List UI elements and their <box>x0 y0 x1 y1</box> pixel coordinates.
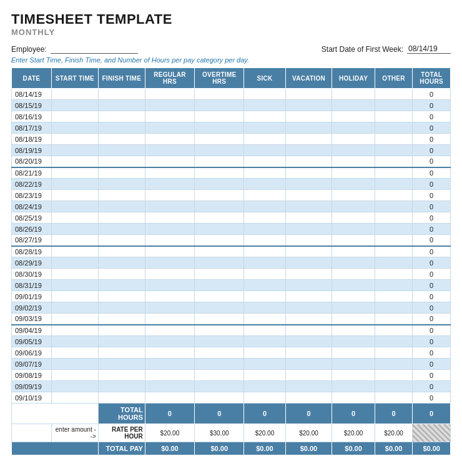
data-cell[interactable] <box>195 302 244 314</box>
data-cell[interactable] <box>332 201 375 212</box>
data-cell[interactable] <box>195 235 244 246</box>
data-cell[interactable] <box>145 212 194 224</box>
data-cell[interactable] <box>98 347 145 359</box>
data-cell[interactable] <box>51 257 98 269</box>
data-cell[interactable] <box>244 89 285 100</box>
data-cell[interactable] <box>285 167 332 179</box>
data-cell[interactable] <box>98 89 145 100</box>
data-cell[interactable] <box>285 201 332 212</box>
data-cell[interactable] <box>375 145 413 156</box>
data-cell[interactable] <box>285 381 332 392</box>
data-cell[interactable] <box>285 359 332 370</box>
data-cell[interactable] <box>51 201 98 212</box>
data-cell[interactable] <box>98 122 145 134</box>
data-cell[interactable] <box>375 179 413 190</box>
data-cell[interactable] <box>51 224 98 235</box>
data-cell[interactable] <box>195 111 244 122</box>
data-cell[interactable] <box>98 314 145 325</box>
data-cell[interactable] <box>285 179 332 190</box>
data-cell[interactable] <box>244 246 285 257</box>
rate-value[interactable]: $20.00 <box>332 424 375 442</box>
data-cell[interactable] <box>51 347 98 359</box>
data-cell[interactable] <box>244 336 285 347</box>
rate-value[interactable]: $20.00 <box>285 424 332 442</box>
data-cell[interactable] <box>332 111 375 122</box>
rate-value[interactable]: $30.00 <box>195 424 244 442</box>
data-cell[interactable] <box>332 156 375 167</box>
data-cell[interactable] <box>375 224 413 235</box>
data-cell[interactable] <box>332 302 375 314</box>
data-cell[interactable] <box>375 235 413 246</box>
data-cell[interactable] <box>51 100 98 111</box>
data-cell[interactable] <box>145 100 194 111</box>
data-cell[interactable] <box>244 359 285 370</box>
data-cell[interactable] <box>244 235 285 246</box>
data-cell[interactable] <box>195 314 244 325</box>
data-cell[interactable] <box>98 392 145 404</box>
data-cell[interactable] <box>332 167 375 179</box>
data-cell[interactable] <box>195 359 244 370</box>
data-cell[interactable] <box>51 179 98 190</box>
data-cell[interactable] <box>195 347 244 359</box>
data-cell[interactable] <box>145 392 194 404</box>
data-cell[interactable] <box>145 156 194 167</box>
data-cell[interactable] <box>285 190 332 201</box>
data-cell[interactable] <box>332 89 375 100</box>
data-cell[interactable] <box>195 246 244 257</box>
data-cell[interactable] <box>375 392 413 404</box>
data-cell[interactable] <box>51 392 98 404</box>
data-cell[interactable] <box>51 246 98 257</box>
data-cell[interactable] <box>51 359 98 370</box>
data-cell[interactable] <box>51 370 98 381</box>
data-cell[interactable] <box>285 122 332 134</box>
data-cell[interactable] <box>145 145 194 156</box>
data-cell[interactable] <box>195 336 244 347</box>
data-cell[interactable] <box>145 370 194 381</box>
data-cell[interactable] <box>145 111 194 122</box>
data-cell[interactable] <box>145 179 194 190</box>
data-cell[interactable] <box>98 269 145 280</box>
data-cell[interactable] <box>51 269 98 280</box>
data-cell[interactable] <box>285 100 332 111</box>
data-cell[interactable] <box>195 280 244 291</box>
data-cell[interactable] <box>145 336 194 347</box>
data-cell[interactable] <box>98 145 145 156</box>
data-cell[interactable] <box>51 167 98 179</box>
data-cell[interactable] <box>375 167 413 179</box>
data-cell[interactable] <box>375 111 413 122</box>
data-cell[interactable] <box>98 291 145 302</box>
data-cell[interactable] <box>332 134 375 145</box>
data-cell[interactable] <box>195 122 244 134</box>
data-cell[interactable] <box>145 280 194 291</box>
data-cell[interactable] <box>195 291 244 302</box>
data-cell[interactable] <box>145 224 194 235</box>
data-cell[interactable] <box>375 347 413 359</box>
data-cell[interactable] <box>195 224 244 235</box>
data-cell[interactable] <box>244 302 285 314</box>
data-cell[interactable] <box>145 134 194 145</box>
data-cell[interactable] <box>51 381 98 392</box>
data-cell[interactable] <box>375 359 413 370</box>
data-cell[interactable] <box>332 314 375 325</box>
data-cell[interactable] <box>332 381 375 392</box>
data-cell[interactable] <box>195 145 244 156</box>
data-cell[interactable] <box>51 302 98 314</box>
data-cell[interactable] <box>98 100 145 111</box>
data-cell[interactable] <box>244 381 285 392</box>
data-cell[interactable] <box>244 156 285 167</box>
data-cell[interactable] <box>332 269 375 280</box>
data-cell[interactable] <box>244 291 285 302</box>
data-cell[interactable] <box>375 314 413 325</box>
data-cell[interactable] <box>375 302 413 314</box>
data-cell[interactable] <box>375 156 413 167</box>
data-cell[interactable] <box>375 134 413 145</box>
data-cell[interactable] <box>145 246 194 257</box>
data-cell[interactable] <box>332 122 375 134</box>
data-cell[interactable] <box>98 257 145 269</box>
data-cell[interactable] <box>51 280 98 291</box>
data-cell[interactable] <box>244 145 285 156</box>
data-cell[interactable] <box>98 156 145 167</box>
data-cell[interactable] <box>145 122 194 134</box>
data-cell[interactable] <box>195 156 244 167</box>
data-cell[interactable] <box>244 325 285 336</box>
